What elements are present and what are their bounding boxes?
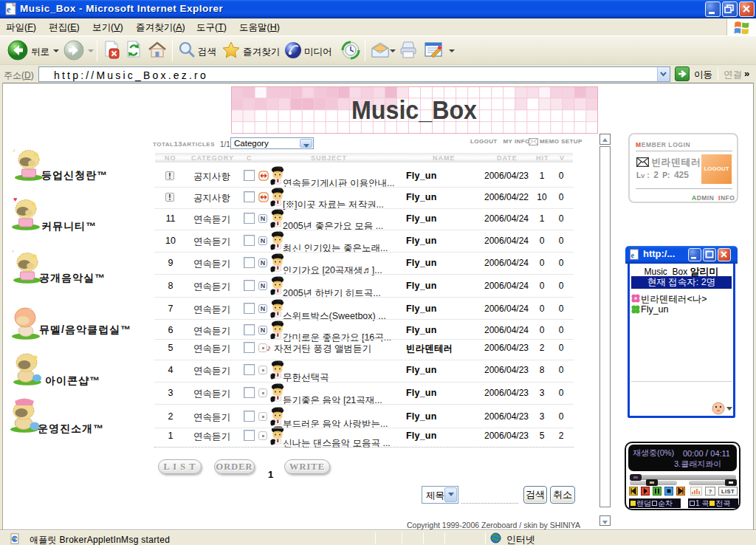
svg-text:e: e: [631, 251, 635, 259]
svg-text:♥: ♥: [13, 196, 17, 203]
svg-text:*: *: [12, 250, 14, 255]
svg-text:e: e: [7, 4, 11, 15]
svg-text:♪: ♪: [13, 147, 16, 154]
